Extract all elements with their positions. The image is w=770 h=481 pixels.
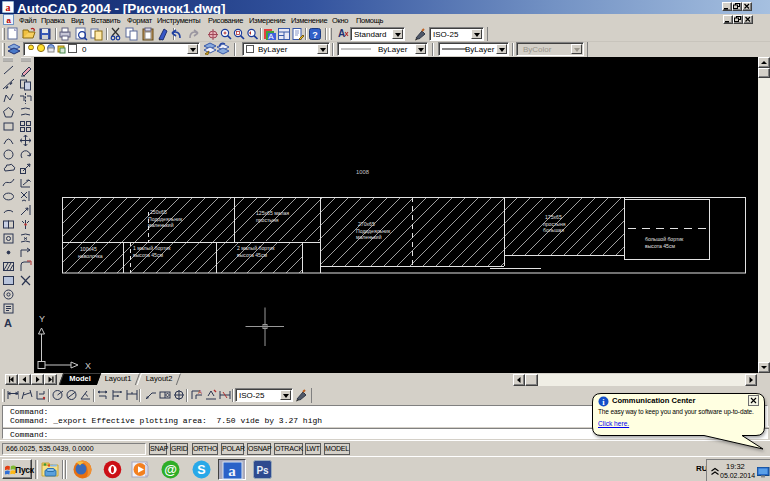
- svg-text:2 малый бортик: 2 малый бортик: [237, 245, 275, 251]
- svg-text:высота 45см: высота 45см: [133, 252, 163, 258]
- svg-text:1 малый бортик: 1 малый бортик: [133, 245, 171, 251]
- svg-text:простыня: простыня: [256, 217, 279, 223]
- svg-text:большой бортик: большой бортик: [645, 236, 684, 242]
- svg-text:высота 45см: высота 45см: [237, 252, 267, 258]
- svg-text:наволочка: наволочка: [78, 253, 103, 259]
- svg-text:100х45: 100х45: [80, 246, 97, 252]
- svg-text:1008: 1008: [356, 169, 369, 175]
- svg-text:250х65: 250х65: [150, 209, 167, 215]
- svg-text:A: A: [338, 28, 345, 39]
- svg-text:маленький: маленький: [148, 222, 174, 228]
- svg-text:a: a: [6, 2, 11, 13]
- svg-text:X: X: [85, 361, 91, 371]
- svg-text:270х65: 270х65: [358, 221, 375, 227]
- svg-text:175х65: 175х65: [545, 214, 562, 220]
- svg-text:высота 45см: высота 45см: [645, 243, 675, 249]
- svg-text:A: A: [268, 32, 274, 41]
- svg-text:?: ?: [312, 30, 318, 40]
- svg-text:Ps: Ps: [256, 465, 269, 476]
- svg-text:Пододеяльник: Пододеяльник: [356, 228, 391, 234]
- svg-text:@: @: [164, 462, 177, 477]
- svg-text:125х65 малая: 125х65 малая: [256, 210, 289, 216]
- svg-text:большая: большая: [543, 227, 564, 233]
- svg-text:Y: Y: [39, 314, 45, 324]
- svg-text:Пододеяльник: Пододеяльник: [148, 216, 183, 222]
- svg-text:a: a: [228, 463, 236, 479]
- svg-text:маленький: маленький: [356, 234, 382, 240]
- svg-text:A: A: [4, 317, 12, 329]
- svg-text:простыня: простыня: [543, 221, 566, 227]
- svg-text:A: A: [198, 389, 202, 395]
- svg-text:S: S: [197, 463, 205, 477]
